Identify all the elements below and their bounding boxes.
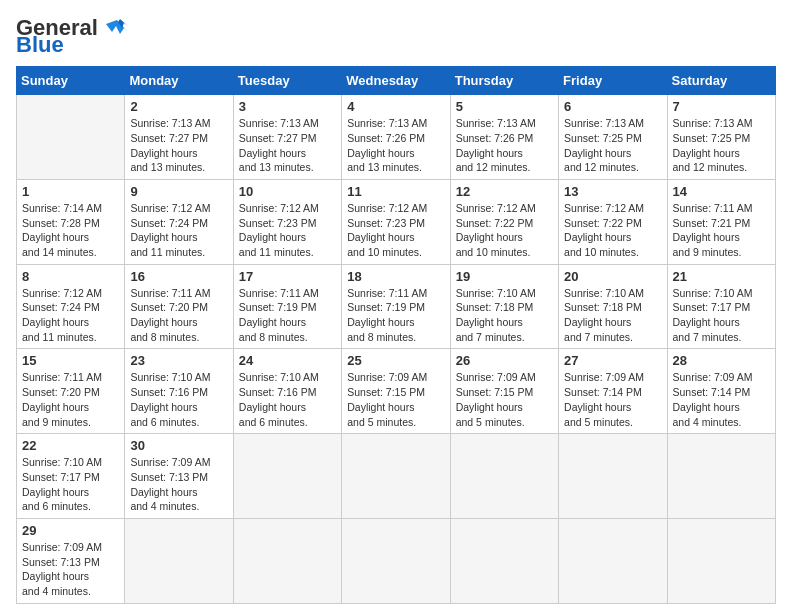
day-header-tuesday: Tuesday — [233, 67, 341, 95]
calendar-day-13: 13Sunrise: 7:12 AMSunset: 7:22 PMDayligh… — [559, 179, 667, 264]
calendar-day-14: 14Sunrise: 7:11 AMSunset: 7:21 PMDayligh… — [667, 179, 775, 264]
calendar-day-9: 9Sunrise: 7:12 AMSunset: 7:24 PMDaylight… — [125, 179, 233, 264]
calendar-day-25: 25Sunrise: 7:09 AMSunset: 7:15 PMDayligh… — [342, 349, 450, 434]
day-info: Sunrise: 7:09 AMSunset: 7:14 PMDaylight … — [673, 370, 770, 429]
day-header-friday: Friday — [559, 67, 667, 95]
calendar-week-2: 1Sunrise: 7:14 AMSunset: 7:28 PMDaylight… — [17, 179, 776, 264]
day-info: Sunrise: 7:12 AMSunset: 7:23 PMDaylight … — [239, 201, 336, 260]
day-info: Sunrise: 7:11 AMSunset: 7:21 PMDaylight … — [673, 201, 770, 260]
calendar-day-28: 28Sunrise: 7:09 AMSunset: 7:14 PMDayligh… — [667, 349, 775, 434]
day-info: Sunrise: 7:13 AMSunset: 7:27 PMDaylight … — [130, 116, 227, 175]
calendar-day-19: 19Sunrise: 7:10 AMSunset: 7:18 PMDayligh… — [450, 264, 558, 349]
calendar-day-10: 10Sunrise: 7:12 AMSunset: 7:23 PMDayligh… — [233, 179, 341, 264]
day-header-thursday: Thursday — [450, 67, 558, 95]
page-header: General Blue — [16, 16, 776, 58]
day-info: Sunrise: 7:11 AMSunset: 7:20 PMDaylight … — [22, 370, 119, 429]
day-info: Sunrise: 7:13 AMSunset: 7:27 PMDaylight … — [239, 116, 336, 175]
day-info: Sunrise: 7:13 AMSunset: 7:26 PMDaylight … — [347, 116, 444, 175]
day-number: 22 — [22, 438, 119, 453]
day-number: 17 — [239, 269, 336, 284]
day-number: 6 — [564, 99, 661, 114]
calendar-body: 2Sunrise: 7:13 AMSunset: 7:27 PMDaylight… — [17, 95, 776, 604]
day-info: Sunrise: 7:13 AMSunset: 7:25 PMDaylight … — [673, 116, 770, 175]
calendar-day-4: 4Sunrise: 7:13 AMSunset: 7:26 PMDaylight… — [342, 95, 450, 180]
calendar-table: SundayMondayTuesdayWednesdayThursdayFrid… — [16, 66, 776, 604]
day-number: 7 — [673, 99, 770, 114]
calendar-empty-cell — [342, 434, 450, 519]
calendar-day-24: 24Sunrise: 7:10 AMSunset: 7:16 PMDayligh… — [233, 349, 341, 434]
calendar-empty-cell — [450, 434, 558, 519]
day-info: Sunrise: 7:11 AMSunset: 7:20 PMDaylight … — [130, 286, 227, 345]
calendar-empty-cell — [125, 518, 233, 603]
day-info: Sunrise: 7:10 AMSunset: 7:17 PMDaylight … — [673, 286, 770, 345]
day-number: 15 — [22, 353, 119, 368]
day-info: Sunrise: 7:11 AMSunset: 7:19 PMDaylight … — [239, 286, 336, 345]
day-info: Sunrise: 7:09 AMSunset: 7:13 PMDaylight … — [130, 455, 227, 514]
calendar-day-15: 15Sunrise: 7:11 AMSunset: 7:20 PMDayligh… — [17, 349, 125, 434]
day-info: Sunrise: 7:12 AMSunset: 7:23 PMDaylight … — [347, 201, 444, 260]
day-number: 28 — [673, 353, 770, 368]
calendar-week-1: 2Sunrise: 7:13 AMSunset: 7:27 PMDaylight… — [17, 95, 776, 180]
calendar-week-3: 8Sunrise: 7:12 AMSunset: 7:24 PMDaylight… — [17, 264, 776, 349]
day-number: 25 — [347, 353, 444, 368]
day-info: Sunrise: 7:12 AMSunset: 7:22 PMDaylight … — [456, 201, 553, 260]
day-info: Sunrise: 7:09 AMSunset: 7:15 PMDaylight … — [347, 370, 444, 429]
calendar-day-30: 30Sunrise: 7:09 AMSunset: 7:13 PMDayligh… — [125, 434, 233, 519]
calendar-empty-cell — [667, 434, 775, 519]
day-info: Sunrise: 7:12 AMSunset: 7:22 PMDaylight … — [564, 201, 661, 260]
day-info: Sunrise: 7:13 AMSunset: 7:26 PMDaylight … — [456, 116, 553, 175]
day-number: 30 — [130, 438, 227, 453]
day-info: Sunrise: 7:09 AMSunset: 7:13 PMDaylight … — [22, 540, 119, 599]
day-info: Sunrise: 7:10 AMSunset: 7:16 PMDaylight … — [239, 370, 336, 429]
calendar-day-1: 1Sunrise: 7:14 AMSunset: 7:28 PMDaylight… — [17, 179, 125, 264]
logo-blue: Blue — [16, 32, 64, 58]
calendar-empty-cell — [450, 518, 558, 603]
day-number: 18 — [347, 269, 444, 284]
day-number: 1 — [22, 184, 119, 199]
svg-marker-0 — [106, 20, 128, 34]
day-number: 8 — [22, 269, 119, 284]
day-number: 10 — [239, 184, 336, 199]
calendar-day-7: 7Sunrise: 7:13 AMSunset: 7:25 PMDaylight… — [667, 95, 775, 180]
calendar-week-4: 15Sunrise: 7:11 AMSunset: 7:20 PMDayligh… — [17, 349, 776, 434]
calendar-empty-cell — [667, 518, 775, 603]
day-number: 12 — [456, 184, 553, 199]
day-info: Sunrise: 7:10 AMSunset: 7:18 PMDaylight … — [564, 286, 661, 345]
calendar-empty-cell — [559, 434, 667, 519]
day-number: 29 — [22, 523, 119, 538]
day-info: Sunrise: 7:11 AMSunset: 7:19 PMDaylight … — [347, 286, 444, 345]
day-number: 19 — [456, 269, 553, 284]
day-info: Sunrise: 7:12 AMSunset: 7:24 PMDaylight … — [130, 201, 227, 260]
day-info: Sunrise: 7:09 AMSunset: 7:14 PMDaylight … — [564, 370, 661, 429]
day-info: Sunrise: 7:13 AMSunset: 7:25 PMDaylight … — [564, 116, 661, 175]
day-number: 5 — [456, 99, 553, 114]
day-header-sunday: Sunday — [17, 67, 125, 95]
logo: General Blue — [16, 16, 128, 58]
calendar-header-row: SundayMondayTuesdayWednesdayThursdayFrid… — [17, 67, 776, 95]
calendar-day-26: 26Sunrise: 7:09 AMSunset: 7:15 PMDayligh… — [450, 349, 558, 434]
day-info: Sunrise: 7:09 AMSunset: 7:15 PMDaylight … — [456, 370, 553, 429]
day-number: 26 — [456, 353, 553, 368]
day-number: 2 — [130, 99, 227, 114]
day-info: Sunrise: 7:14 AMSunset: 7:28 PMDaylight … — [22, 201, 119, 260]
day-header-monday: Monday — [125, 67, 233, 95]
calendar-day-8: 8Sunrise: 7:12 AMSunset: 7:24 PMDaylight… — [17, 264, 125, 349]
calendar-day-27: 27Sunrise: 7:09 AMSunset: 7:14 PMDayligh… — [559, 349, 667, 434]
calendar-week-5: 22Sunrise: 7:10 AMSunset: 7:17 PMDayligh… — [17, 434, 776, 519]
day-number: 20 — [564, 269, 661, 284]
calendar-day-6: 6Sunrise: 7:13 AMSunset: 7:25 PMDaylight… — [559, 95, 667, 180]
calendar-day-17: 17Sunrise: 7:11 AMSunset: 7:19 PMDayligh… — [233, 264, 341, 349]
calendar-empty-cell — [17, 95, 125, 180]
day-number: 3 — [239, 99, 336, 114]
day-header-wednesday: Wednesday — [342, 67, 450, 95]
calendar-day-21: 21Sunrise: 7:10 AMSunset: 7:17 PMDayligh… — [667, 264, 775, 349]
day-number: 27 — [564, 353, 661, 368]
calendar-day-22: 22Sunrise: 7:10 AMSunset: 7:17 PMDayligh… — [17, 434, 125, 519]
day-number: 23 — [130, 353, 227, 368]
day-info: Sunrise: 7:10 AMSunset: 7:17 PMDaylight … — [22, 455, 119, 514]
calendar-day-23: 23Sunrise: 7:10 AMSunset: 7:16 PMDayligh… — [125, 349, 233, 434]
calendar-day-11: 11Sunrise: 7:12 AMSunset: 7:23 PMDayligh… — [342, 179, 450, 264]
calendar-day-12: 12Sunrise: 7:12 AMSunset: 7:22 PMDayligh… — [450, 179, 558, 264]
day-number: 21 — [673, 269, 770, 284]
day-number: 4 — [347, 99, 444, 114]
